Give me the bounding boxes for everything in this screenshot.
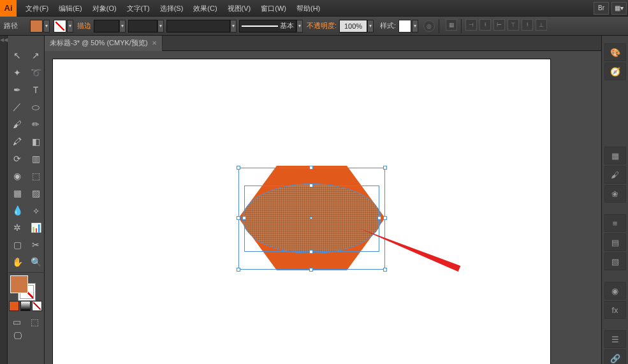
stroke-style-dd[interactable]: ▾ [296, 20, 303, 33]
color-mode-row [8, 300, 44, 312]
app-logo: Ai [0, 0, 17, 17]
screen-mode-row: ▭ ⬚ [8, 315, 44, 329]
brushes-panel-icon[interactable]: 🖌 [604, 166, 626, 184]
align-vcenter[interactable]: ⫲ [522, 19, 533, 31]
links-panel-icon[interactable]: 🔗 [604, 349, 626, 364]
align-top[interactable]: ⊤ [508, 19, 519, 31]
menu-view[interactable]: 视图(V) [223, 0, 256, 17]
style-swatch[interactable] [398, 20, 411, 33]
stroke-swatch[interactable] [54, 20, 66, 33]
opacity-dd[interactable]: ▾ [367, 20, 374, 33]
symbols-panel-icon[interactable]: ❀ [604, 185, 626, 203]
layers-panel-icon[interactable]: ☰ [604, 330, 626, 348]
menu-type[interactable]: 文字(T) [122, 0, 155, 17]
change-screen[interactable]: 🖵 [9, 330, 27, 342]
color-picker[interactable] [8, 274, 44, 300]
menu-window[interactable]: 窗口(W) [256, 0, 291, 17]
align-right[interactable]: ⊢ [493, 19, 505, 31]
slice-tool[interactable]: ✂ [27, 237, 45, 253]
eyedropper-tool[interactable]: 💧 [8, 202, 26, 219]
menu-object[interactable]: 对象(O) [87, 0, 122, 17]
menu-bar: Ai 文件(F) 编辑(E) 对象(O) 文字(T) 选择(S) 效果(C) 视… [0, 0, 628, 17]
graphic-styles-panel-icon[interactable]: fx [604, 301, 626, 319]
menu-select[interactable]: 选择(S) [155, 0, 189, 17]
color-guide-panel-icon[interactable]: 🧭 [604, 62, 626, 80]
gradient-tool[interactable]: ▨ [27, 185, 45, 201]
menu-help[interactable]: 帮助(H) [291, 0, 325, 17]
blob-brush-tool[interactable]: 🖍 [8, 133, 26, 150]
graph-tool[interactable]: 📊 [27, 219, 45, 236]
shape-builder-tool[interactable]: ◉ [8, 168, 26, 184]
brush-tool[interactable]: 🖌 [8, 116, 26, 133]
control-bar: 路径 ▾ ▾ 描边 ▾ ▾ ▾ 基本 ▾ 不透明度: 100% ▾ 样式: ▾ … [0, 17, 628, 36]
width-tool[interactable]: ▥ [27, 150, 45, 167]
artboard-tool[interactable]: ▢ [8, 237, 26, 253]
fill-dropdown[interactable]: ▾ [43, 20, 50, 33]
align-bottom[interactable]: ⊥ [536, 19, 547, 31]
color-panel-icon[interactable]: 🎨 [604, 43, 626, 61]
stroke-preview-icon [242, 25, 278, 27]
stroke-label: 描边 [77, 21, 91, 31]
workspace: ◀◀ ↖ ↗ ✦ ➰ ✒ T ／ ⬭ 🖌 ✏ 🖍 ◧ ⟳ ▥ ◉ ⬚ ▦ ▨ 💧… [0, 36, 628, 364]
align-to-button[interactable]: ▦ [446, 19, 457, 31]
canvas-viewport[interactable] [45, 51, 601, 364]
ellipse-tool[interactable]: ⬭ [27, 99, 45, 115]
selection-type-label: 路径 [4, 21, 18, 31]
extra-row: 🖵 [8, 329, 44, 343]
zoom-tool[interactable]: 🔍 [27, 254, 45, 270]
recolor-button[interactable]: ◎ [423, 20, 435, 32]
fill-color-box[interactable] [10, 275, 28, 293]
artboard[interactable] [53, 59, 550, 364]
ellipse-shape-selected[interactable] [242, 184, 381, 254]
type-tool[interactable]: T [27, 82, 45, 98]
arrange-docs-button[interactable]: ▦▾ [611, 2, 627, 15]
blend-tool[interactable]: ⟡ [27, 202, 45, 219]
align-hcenter[interactable]: ⫲ [479, 19, 491, 31]
hand-tool[interactable]: ✋ [8, 254, 26, 270]
swatches-panel-icon[interactable]: ▦ [604, 147, 626, 164]
pencil-tool[interactable]: ✏ [27, 116, 45, 133]
menu-effect[interactable]: 效果(C) [188, 0, 222, 17]
opacity-input[interactable]: 100% [339, 20, 367, 33]
selection-tool[interactable]: ↖ [8, 47, 26, 64]
stroke-dropdown[interactable]: ▾ [67, 20, 73, 33]
menu-edit[interactable]: 编辑(E) [54, 0, 87, 17]
brush-definition[interactable] [166, 20, 230, 33]
fill-swatch[interactable] [30, 20, 43, 33]
eraser-tool[interactable]: ◧ [27, 133, 45, 150]
gradient-panel-icon[interactable]: ▤ [604, 233, 626, 251]
rotate-tool[interactable]: ⟳ [8, 150, 26, 167]
none-mode[interactable] [32, 301, 42, 311]
mesh-tool[interactable]: ▦ [8, 185, 26, 201]
gradient-mode[interactable] [20, 301, 31, 311]
right-panel-dock: 🎨 🧭 ▦ 🖌 ❀ ≡ ▤ ▧ ◉ fx ☰ 🔗 [601, 36, 628, 364]
document-tab[interactable]: 未标题-3* @ 50% (CMYK/预览) ✕ [45, 36, 163, 51]
pen-tool[interactable]: ✒ [8, 82, 26, 98]
color-mode[interactable] [9, 301, 19, 311]
line-tool[interactable]: ／ [8, 99, 26, 115]
align-group: ▦ ⊣ ⫲ ⊢ ⊤ ⫲ ⊥ [446, 19, 547, 33]
menu-file[interactable]: 文件(F) [20, 0, 54, 17]
lasso-tool[interactable]: ➰ [27, 64, 45, 81]
toolbox: ↖ ↗ ✦ ➰ ✒ T ／ ⬭ 🖌 ✏ 🖍 ◧ ⟳ ▥ ◉ ⬚ ▦ ▨ 💧 ⟡ … [8, 36, 45, 364]
align-left[interactable]: ⊣ [465, 19, 477, 31]
appearance-panel-icon[interactable]: ◉ [604, 282, 626, 300]
magic-wand-tool[interactable]: ✦ [8, 64, 26, 81]
stroke-width-dd[interactable]: ▾ [119, 20, 126, 33]
perspective-tool[interactable]: ⬚ [27, 168, 45, 184]
stroke-width-input[interactable] [94, 20, 119, 33]
symbol-sprayer-tool[interactable]: ✲ [8, 219, 26, 236]
stroke-panel-icon[interactable]: ≡ [604, 214, 626, 232]
brush-dd[interactable]: ▾ [230, 20, 237, 33]
varwidth-profile[interactable] [128, 20, 157, 33]
bridge-button[interactable]: Br [594, 2, 609, 15]
draw-mode[interactable]: ▭ [9, 316, 26, 328]
direct-selection-tool[interactable]: ↗ [27, 47, 45, 64]
varwidth-dd[interactable]: ▾ [157, 20, 164, 33]
transparency-panel-icon[interactable]: ▧ [604, 252, 626, 270]
screen-mode[interactable]: ⬚ [27, 316, 43, 328]
close-icon[interactable]: ✕ [152, 40, 157, 47]
style-dd[interactable]: ▾ [412, 20, 418, 33]
panel-flyout[interactable]: ◀◀ [0, 36, 8, 364]
stroke-style-preset[interactable]: 基本 [239, 20, 296, 33]
